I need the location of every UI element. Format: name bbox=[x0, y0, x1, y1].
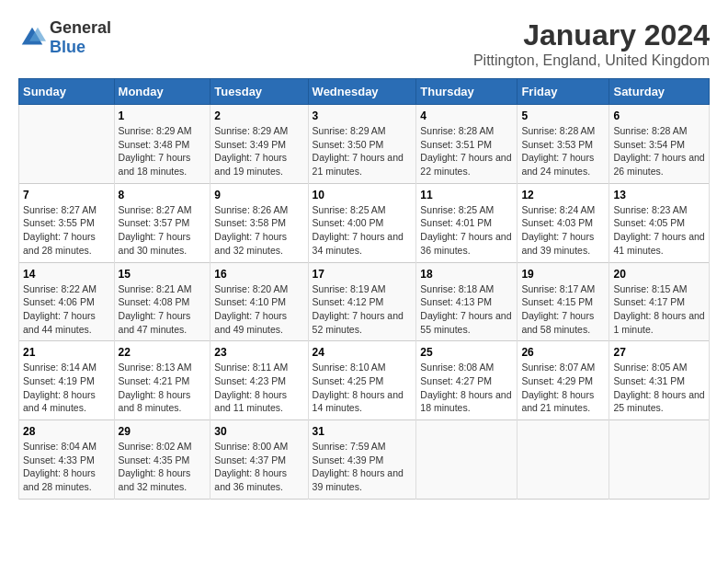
day-info: Sunrise: 8:11 AM Sunset: 4:23 PM Dayligh… bbox=[214, 361, 303, 415]
day-info: Sunrise: 8:18 AM Sunset: 4:13 PM Dayligh… bbox=[420, 282, 513, 337]
calendar-cell-w1-d2: 9Sunrise: 8:26 AM Sunset: 3:58 PM Daylig… bbox=[210, 183, 308, 262]
calendar-cell-w3-d2: 23Sunrise: 8:11 AM Sunset: 4:23 PM Dayli… bbox=[210, 341, 308, 420]
calendar-week-0: 1Sunrise: 8:29 AM Sunset: 3:48 PM Daylig… bbox=[19, 105, 710, 184]
calendar-cell-w4-d0: 28Sunrise: 8:04 AM Sunset: 4:33 PM Dayli… bbox=[19, 420, 115, 500]
day-info: Sunrise: 8:26 AM Sunset: 3:58 PM Dayligh… bbox=[214, 203, 303, 258]
day-number: 3 bbox=[313, 109, 413, 122]
calendar-cell-w4-d3: 31Sunrise: 7:59 AM Sunset: 4:39 PM Dayli… bbox=[308, 420, 416, 500]
day-info: Sunrise: 8:25 AM Sunset: 4:01 PM Dayligh… bbox=[420, 203, 513, 258]
day-info: Sunrise: 8:28 AM Sunset: 3:54 PM Dayligh… bbox=[613, 124, 705, 178]
day-number: 4 bbox=[420, 109, 513, 122]
day-info: Sunrise: 8:02 AM Sunset: 4:35 PM Dayligh… bbox=[119, 440, 207, 494]
calendar-cell-w2-d3: 17Sunrise: 8:19 AM Sunset: 4:12 PM Dayli… bbox=[308, 262, 416, 341]
day-number: 30 bbox=[214, 425, 303, 438]
calendar-cell-w4-d6 bbox=[609, 420, 710, 500]
day-info: Sunrise: 8:13 AM Sunset: 4:21 PM Dayligh… bbox=[119, 361, 207, 415]
day-info: Sunrise: 8:21 AM Sunset: 4:08 PM Dayligh… bbox=[119, 282, 207, 337]
calendar-cell-w1-d5: 12Sunrise: 8:24 AM Sunset: 4:03 PM Dayli… bbox=[518, 183, 609, 262]
day-info: Sunrise: 8:20 AM Sunset: 4:10 PM Dayligh… bbox=[214, 282, 303, 337]
header-monday: Monday bbox=[114, 79, 210, 105]
header-row: Sunday Monday Tuesday Wednesday Thursday… bbox=[19, 79, 710, 105]
day-info: Sunrise: 8:29 AM Sunset: 3:49 PM Dayligh… bbox=[214, 124, 303, 178]
day-info: Sunrise: 8:14 AM Sunset: 4:19 PM Dayligh… bbox=[23, 361, 110, 415]
day-info: Sunrise: 8:22 AM Sunset: 4:06 PM Dayligh… bbox=[23, 282, 110, 337]
day-number: 19 bbox=[521, 268, 605, 281]
day-info: Sunrise: 8:27 AM Sunset: 3:55 PM Dayligh… bbox=[23, 203, 110, 258]
day-number: 29 bbox=[119, 425, 207, 438]
day-info: Sunrise: 8:28 AM Sunset: 3:53 PM Dayligh… bbox=[521, 124, 605, 178]
day-number: 7 bbox=[23, 189, 110, 201]
calendar-cell-w4-d5 bbox=[518, 420, 609, 500]
day-info: Sunrise: 8:08 AM Sunset: 4:27 PM Dayligh… bbox=[420, 361, 513, 415]
day-info: Sunrise: 8:10 AM Sunset: 4:25 PM Dayligh… bbox=[313, 361, 413, 415]
calendar-cell-w0-d0 bbox=[19, 105, 115, 184]
calendar-cell-w3-d3: 24Sunrise: 8:10 AM Sunset: 4:25 PM Dayli… bbox=[308, 341, 416, 420]
logo-general: General bbox=[50, 18, 111, 37]
calendar-cell-w4-d1: 29Sunrise: 8:02 AM Sunset: 4:35 PM Dayli… bbox=[114, 420, 210, 500]
calendar-cell-w3-d0: 21Sunrise: 8:14 AM Sunset: 4:19 PM Dayli… bbox=[19, 341, 115, 420]
day-info: Sunrise: 8:19 AM Sunset: 4:12 PM Dayligh… bbox=[313, 282, 413, 337]
day-info: Sunrise: 8:25 AM Sunset: 4:00 PM Dayligh… bbox=[313, 203, 413, 258]
calendar-cell-w0-d1: 1Sunrise: 8:29 AM Sunset: 3:48 PM Daylig… bbox=[114, 105, 210, 184]
day-info: Sunrise: 8:24 AM Sunset: 4:03 PM Dayligh… bbox=[521, 203, 605, 258]
day-info: Sunrise: 8:00 AM Sunset: 4:37 PM Dayligh… bbox=[214, 440, 303, 494]
day-number: 23 bbox=[214, 346, 303, 359]
calendar-cell-w2-d1: 15Sunrise: 8:21 AM Sunset: 4:08 PM Dayli… bbox=[114, 262, 210, 341]
day-number: 12 bbox=[521, 189, 605, 201]
day-number: 2 bbox=[214, 109, 303, 122]
calendar-cell-w3-d4: 25Sunrise: 8:08 AM Sunset: 4:27 PM Dayli… bbox=[416, 341, 518, 420]
calendar-body: 1Sunrise: 8:29 AM Sunset: 3:48 PM Daylig… bbox=[19, 105, 710, 500]
day-number: 6 bbox=[613, 109, 705, 122]
day-number: 21 bbox=[23, 346, 110, 359]
calendar-cell-w3-d6: 27Sunrise: 8:05 AM Sunset: 4:31 PM Dayli… bbox=[609, 341, 710, 420]
day-number: 15 bbox=[119, 268, 207, 281]
day-number: 14 bbox=[23, 268, 110, 281]
calendar-cell-w2-d5: 19Sunrise: 8:17 AM Sunset: 4:15 PM Dayli… bbox=[518, 262, 609, 341]
day-number: 22 bbox=[119, 346, 207, 359]
calendar-cell-w4-d2: 30Sunrise: 8:00 AM Sunset: 4:37 PM Dayli… bbox=[210, 420, 308, 500]
calendar-cell-w0-d6: 6Sunrise: 8:28 AM Sunset: 3:54 PM Daylig… bbox=[609, 105, 710, 184]
header-wednesday: Wednesday bbox=[308, 79, 416, 105]
main-title: January 2024 bbox=[473, 18, 710, 52]
day-info: Sunrise: 8:17 AM Sunset: 4:15 PM Dayligh… bbox=[521, 282, 605, 337]
header: General Blue January 2024 Pittington, En… bbox=[18, 18, 710, 69]
calendar-cell-w0-d4: 4Sunrise: 8:28 AM Sunset: 3:51 PM Daylig… bbox=[416, 105, 518, 184]
calendar-week-1: 7Sunrise: 8:27 AM Sunset: 3:55 PM Daylig… bbox=[19, 183, 710, 262]
header-saturday: Saturday bbox=[609, 79, 710, 105]
header-thursday: Thursday bbox=[416, 79, 518, 105]
calendar-cell-w0-d3: 3Sunrise: 8:29 AM Sunset: 3:50 PM Daylig… bbox=[308, 105, 416, 184]
day-number: 31 bbox=[313, 425, 413, 438]
logo: General Blue bbox=[18, 18, 111, 57]
calendar-week-3: 21Sunrise: 8:14 AM Sunset: 4:19 PM Dayli… bbox=[19, 341, 710, 420]
calendar-table: Sunday Monday Tuesday Wednesday Thursday… bbox=[18, 78, 710, 500]
calendar-cell-w1-d3: 10Sunrise: 8:25 AM Sunset: 4:00 PM Dayli… bbox=[308, 183, 416, 262]
day-number: 18 bbox=[420, 268, 513, 281]
calendar-cell-w0-d5: 5Sunrise: 8:28 AM Sunset: 3:53 PM Daylig… bbox=[518, 105, 609, 184]
day-info: Sunrise: 8:28 AM Sunset: 3:51 PM Dayligh… bbox=[420, 124, 513, 178]
calendar-cell-w2-d6: 20Sunrise: 8:15 AM Sunset: 4:17 PM Dayli… bbox=[609, 262, 710, 341]
calendar-header: Sunday Monday Tuesday Wednesday Thursday… bbox=[19, 79, 710, 105]
calendar-cell-w3-d5: 26Sunrise: 8:07 AM Sunset: 4:29 PM Dayli… bbox=[518, 341, 609, 420]
day-info: Sunrise: 8:29 AM Sunset: 3:50 PM Dayligh… bbox=[313, 124, 413, 178]
calendar-cell-w2-d0: 14Sunrise: 8:22 AM Sunset: 4:06 PM Dayli… bbox=[19, 262, 115, 341]
day-info: Sunrise: 8:29 AM Sunset: 3:48 PM Dayligh… bbox=[119, 124, 207, 178]
day-number: 8 bbox=[119, 189, 207, 201]
day-number: 9 bbox=[214, 189, 303, 201]
day-info: Sunrise: 8:15 AM Sunset: 4:17 PM Dayligh… bbox=[613, 282, 705, 337]
logo-icon bbox=[18, 24, 46, 52]
calendar-cell-w2-d4: 18Sunrise: 8:18 AM Sunset: 4:13 PM Dayli… bbox=[416, 262, 518, 341]
day-number: 10 bbox=[313, 189, 413, 201]
calendar-cell-w4-d4 bbox=[416, 420, 518, 500]
day-number: 1 bbox=[119, 109, 207, 122]
title-section: January 2024 Pittington, England, United… bbox=[473, 18, 710, 69]
header-tuesday: Tuesday bbox=[210, 79, 308, 105]
day-number: 24 bbox=[313, 346, 413, 359]
day-info: Sunrise: 8:07 AM Sunset: 4:29 PM Dayligh… bbox=[521, 361, 605, 415]
calendar-cell-w3-d1: 22Sunrise: 8:13 AM Sunset: 4:21 PM Dayli… bbox=[114, 341, 210, 420]
calendar-cell-w1-d4: 11Sunrise: 8:25 AM Sunset: 4:01 PM Dayli… bbox=[416, 183, 518, 262]
day-info: Sunrise: 8:23 AM Sunset: 4:05 PM Dayligh… bbox=[613, 203, 705, 258]
calendar-cell-w1-d1: 8Sunrise: 8:27 AM Sunset: 3:57 PM Daylig… bbox=[114, 183, 210, 262]
calendar-cell-w2-d2: 16Sunrise: 8:20 AM Sunset: 4:10 PM Dayli… bbox=[210, 262, 308, 341]
day-number: 13 bbox=[613, 189, 705, 201]
day-number: 25 bbox=[420, 346, 513, 359]
